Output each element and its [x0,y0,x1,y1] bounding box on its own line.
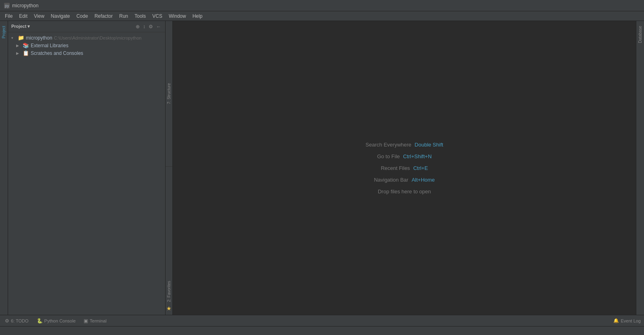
menu-item-refactor[interactable]: Refactor [91,13,116,20]
python-console-tab[interactable]: 🐍 Python Console [35,317,78,325]
expand-arrow: ▾ [11,36,16,40]
python-console-label: Python Console [44,318,76,323]
project-panel: Project ▾ ⊕ ↕ ⚙ ← ▾ 📁 micropython C:\Use… [8,21,166,315]
navigation-bar-label: Navigation Bar [374,177,408,183]
terminal-label: Terminal [90,318,107,323]
menubar: FileEditViewNavigateCodeRefactorRunTools… [0,11,644,21]
menu-item-window[interactable]: Window [166,13,189,20]
todo-icon: ⚙ [5,318,9,324]
event-log-button[interactable]: 🔔 Event Log [613,318,641,323]
python-console-icon: 🐍 [37,318,43,324]
sync-icon[interactable]: ⊕ [135,23,141,30]
terminal-tab[interactable]: ▣ Terminal [82,317,108,325]
goto-file-shortcut: Ctrl+Shift+N [403,153,432,159]
menu-item-file[interactable]: File [2,13,16,20]
todo-label: 6: TODO [11,318,29,323]
statusbar [0,326,644,335]
titlebar: py micropython [0,0,644,11]
favorites-tab[interactable]: 2: Favorites [166,279,172,304]
menu-item-navigate[interactable]: Navigate [48,13,73,20]
hint-navigation-bar: Navigation Bar Alt+Home [374,177,435,183]
external-libraries-label: External Libraries [31,43,68,48]
terminal-icon: ▣ [84,318,88,324]
expand-arrow-scratch: ▶ [16,51,21,55]
settings-icon[interactable]: ⚙ [148,23,154,30]
status-text [3,329,4,333]
menu-item-help[interactable]: Help [189,13,206,20]
menu-item-vcs[interactable]: VCS [149,13,166,20]
project-path: C:\Users\Administrator\Desktop\micropyth… [54,36,141,40]
collapse-icon[interactable]: ← [155,23,162,30]
editor-area: Search Everywhere Double Shift Go to Fil… [173,21,636,315]
project-tree: ▾ 📁 micropython C:\Users\Administrator\D… [8,32,165,315]
recent-files-label: Recent Files [381,165,410,171]
menu-item-edit[interactable]: Edit [16,13,31,20]
main-content: Project Project ▾ ⊕ ↕ ⚙ ← ▾ 📁 micropytho… [0,21,644,315]
search-everywhere-label: Search Everywhere [365,142,411,148]
menu-item-tools[interactable]: Tools [131,13,149,20]
window-title: micropython [12,3,38,8]
project-panel-title: Project ▾ [11,24,132,29]
hint-recent-files: Recent Files Ctrl+E [381,165,428,171]
app-icon: py [4,3,10,8]
scratch-icon: 📋 [23,50,29,56]
hint-goto-file: Go to File Ctrl+Shift+N [377,153,432,159]
project-header: Project ▾ ⊕ ↕ ⚙ ← [8,21,165,32]
project-tab[interactable]: Project [0,23,7,42]
right-sidebar-tabs: Database [636,21,644,315]
hint-drop-files: Drop files here to open [378,188,431,195]
library-icon: 📚 [23,42,29,48]
event-log-label: Event Log [621,318,641,323]
recent-files-shortcut: Ctrl+E [413,165,428,171]
folder-icon: 📁 [18,35,24,41]
goto-file-label: Go to File [377,153,400,159]
menu-item-code[interactable]: Code [73,13,91,20]
project-header-icons: ⊕ ↕ ⚙ ← [135,23,162,30]
menu-item-run[interactable]: Run [116,13,131,20]
tree-item-scratches[interactable]: ▶ 📋 Scratches and Consoles [8,49,165,57]
drop-files-label: Drop files here to open [378,188,431,195]
expand-arrow-ext: ▶ [16,44,21,48]
navigation-bar-shortcut: Alt+Home [411,177,434,183]
hint-search-everywhere: Search Everywhere Double Shift [365,142,443,148]
bottom-panel: ⚙ 6: TODO 🐍 Python Console ▣ Terminal 🔔 … [0,315,644,326]
search-everywhere-shortcut: Double Shift [415,142,443,148]
menu-item-view[interactable]: View [31,13,48,20]
database-tab[interactable]: Database [637,23,644,46]
sort-icon[interactable]: ↕ [142,23,146,30]
tree-item-external-libraries[interactable]: ▶ 📚 External Libraries [8,42,165,49]
project-name: micropython [26,35,52,41]
svg-text:py: py [5,4,9,8]
left-sidebar-tabs: Project [0,21,8,315]
structure-tab[interactable]: 7: Structure [166,82,172,106]
favorites-star-icon[interactable]: ★ [166,305,172,312]
todo-tab[interactable]: ⚙ 6: TODO [3,317,30,325]
tree-item-micropython[interactable]: ▾ 📁 micropython C:\Users\Administrator\D… [8,34,165,42]
event-log-icon: 🔔 [613,318,619,323]
scratches-label: Scratches and Consoles [31,50,83,56]
